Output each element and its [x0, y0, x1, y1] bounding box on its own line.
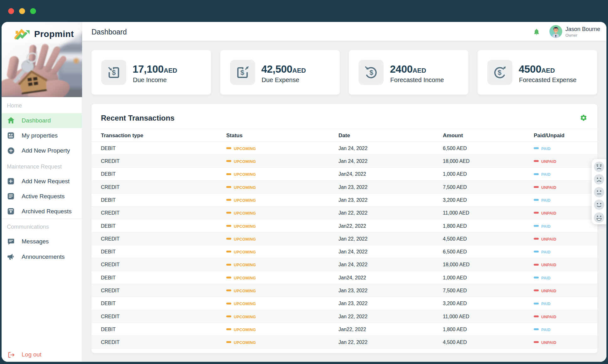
svg-text:$: $: [370, 69, 373, 76]
svg-text:$: $: [112, 69, 116, 76]
svg-text:$: $: [498, 69, 501, 76]
svg-text:$: $: [240, 69, 244, 76]
